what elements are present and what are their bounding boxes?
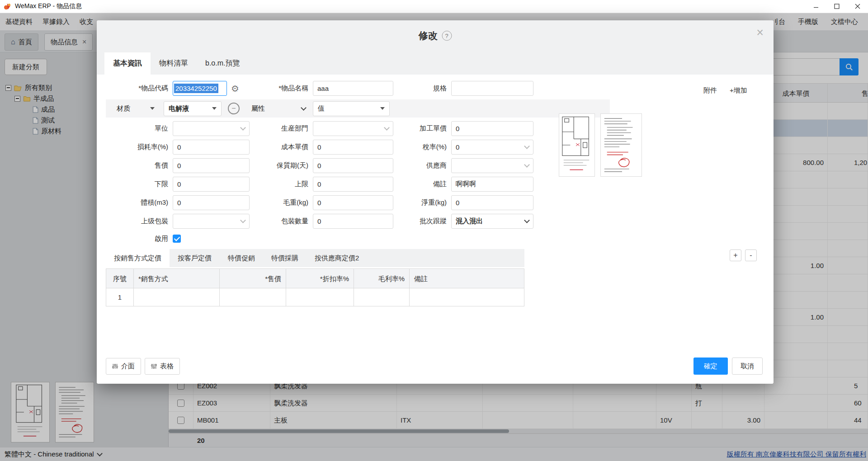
material-value-select[interactable]: 电解液: [164, 101, 222, 116]
process-price-label: 加工單價: [393, 124, 451, 133]
spec-input[interactable]: [451, 81, 533, 96]
attachments-label: 附件: [703, 86, 717, 95]
cancel-button[interactable]: 取消: [732, 358, 763, 375]
chevron-down-icon: [524, 143, 530, 149]
pricing-header-discount: *折扣率%: [286, 269, 354, 288]
chevron-down-icon: [384, 125, 390, 131]
remove-row-button[interactable]: -: [745, 249, 757, 261]
app-icon: [4, 3, 11, 10]
upper-limit-input[interactable]: 0: [313, 177, 393, 192]
supplier-select[interactable]: [451, 158, 533, 173]
remark-input[interactable]: 啊啊啊: [451, 177, 533, 192]
pricing-cell-price[interactable]: [220, 288, 286, 306]
pricing-cell-sales-method[interactable]: [134, 288, 220, 306]
attribute-strip: 材质 电解液 − 屬性 值: [106, 99, 610, 118]
pricing-cell-seq: 1: [106, 288, 134, 306]
pricing-data-row[interactable]: 1: [106, 288, 524, 306]
dialog-body: *物品代碼 20334252250 ⚙ *物品名稱 aaa 規格 附件 +增加 …: [97, 75, 774, 384]
item-name-input[interactable]: aaa: [313, 81, 393, 96]
dialog-title: 修改: [419, 29, 438, 42]
enabled-checkbox[interactable]: [173, 235, 181, 243]
parent-package-select[interactable]: [173, 214, 250, 229]
gross-weight-input[interactable]: 0: [313, 195, 393, 210]
pricing-header-margin: 毛利率%: [354, 269, 410, 288]
attachment-image-document[interactable]: [600, 113, 642, 177]
production-dept-select[interactable]: [313, 121, 393, 136]
interface-button-label: 介面: [121, 362, 135, 371]
item-code-input[interactable]: 20334252250: [173, 81, 227, 96]
caret-down-icon: [212, 107, 217, 110]
production-dept-label: 生産部門: [250, 124, 313, 133]
pricing-tab-special-promo[interactable]: 特價促銷: [220, 249, 263, 267]
help-icon[interactable]: ?: [442, 31, 452, 41]
tab-bom-list[interactable]: 物料清單: [151, 52, 197, 75]
table-layout-button[interactable]: 表格: [145, 358, 180, 375]
shelf-life-input[interactable]: 0: [313, 158, 393, 173]
pricing-tab-special-purchase[interactable]: 特價採購: [263, 249, 307, 267]
tab-basic-info[interactable]: 基本資訊: [104, 52, 151, 75]
add-row-button[interactable]: +: [730, 249, 741, 261]
close-icon[interactable]: ×: [756, 27, 764, 39]
cost-price-label: 成本單價: [250, 143, 313, 151]
pricing-cell-discount[interactable]: [286, 288, 354, 306]
tab-bom-preview[interactable]: b.o.m.預覽: [197, 52, 248, 75]
layout-settings-icon: [112, 363, 118, 369]
package-qty-input[interactable]: 0: [313, 214, 393, 229]
material-value: 电解液: [169, 104, 189, 113]
chevron-down-icon: [240, 125, 246, 131]
volume-input[interactable]: 0: [173, 195, 250, 210]
item-name-label: *物品名稱: [250, 84, 313, 93]
sale-price-input[interactable]: 0: [173, 158, 250, 173]
pricing-tab-by-supplier[interactable]: 按供應商定價2: [307, 249, 367, 267]
sale-price-label: 售價: [106, 161, 173, 170]
loss-rate-input[interactable]: 0: [173, 140, 250, 155]
selected-text: 20334252250: [174, 84, 218, 93]
close-window-button[interactable]: [847, 0, 868, 13]
shelf-life-label: 保質期(天): [250, 161, 313, 170]
cost-price-input[interactable]: 0: [313, 140, 393, 155]
pricing-table: 序號 *銷售方式 *售價 *折扣率% 毛利率% 備註 1: [106, 268, 524, 306]
remark-label: 備註: [393, 180, 451, 188]
chevron-down-icon: [240, 217, 246, 223]
net-weight-input[interactable]: 0: [451, 195, 533, 210]
net-weight-label: 淨重(kg): [393, 198, 451, 207]
pricing-cell-margin[interactable]: [354, 288, 410, 306]
gear-icon[interactable]: ⚙: [231, 84, 239, 93]
caret-down-icon: [380, 107, 385, 110]
process-price-input[interactable]: 0: [451, 121, 533, 136]
table-button-label: 表格: [160, 362, 174, 371]
dialog-tabs: 基本資訊 物料清單 b.o.m.預覽: [97, 52, 774, 75]
spec-label: 規格: [393, 84, 451, 93]
chevron-down-icon: [524, 217, 530, 223]
attribute-select-label: 屬性: [251, 104, 265, 113]
pricing-tab-by-sales-method[interactable]: 按銷售方式定價: [106, 249, 170, 267]
interface-button[interactable]: 介面: [106, 358, 141, 375]
layout-settings-icon: [151, 363, 157, 369]
confirm-button[interactable]: 確定: [693, 358, 728, 375]
chevron-down-icon: [524, 162, 530, 168]
maximize-button[interactable]: [826, 0, 847, 13]
attachment-image-floorplan[interactable]: [559, 113, 595, 177]
attribute-value-select[interactable]: 值: [313, 101, 390, 116]
dialog-header: 修改 ? ×: [97, 20, 774, 52]
item-code-label: *物品代碼: [106, 84, 173, 93]
attribute-select[interactable]: 屬性: [247, 104, 310, 113]
minimize-button[interactable]: [806, 0, 826, 13]
tax-rate-select[interactable]: 0: [451, 140, 533, 155]
chevron-down-icon: [301, 105, 307, 111]
material-select[interactable]: 材质: [112, 104, 159, 113]
lower-limit-input[interactable]: 0: [173, 177, 250, 192]
add-attachment-link[interactable]: +增加: [730, 86, 747, 95]
parent-package-label: 上级包裝: [106, 217, 173, 226]
material-select-label: 材质: [117, 104, 130, 113]
dialog-title-row: 修改 ?: [419, 29, 452, 42]
enabled-label: 啟用: [106, 235, 173, 243]
pricing-tab-by-customer[interactable]: 按客戶定價: [170, 249, 220, 267]
unit-select[interactable]: [173, 121, 250, 136]
supplier-label: 供應商: [393, 161, 451, 170]
window-title: WeMax ERP - 物品信息: [15, 2, 82, 10]
remove-attribute-icon[interactable]: −: [228, 103, 240, 114]
pricing-cell-remark[interactable]: [410, 288, 524, 306]
batch-tracking-select[interactable]: 混入混出: [451, 214, 533, 229]
gross-weight-label: 毛重(kg): [250, 198, 313, 207]
